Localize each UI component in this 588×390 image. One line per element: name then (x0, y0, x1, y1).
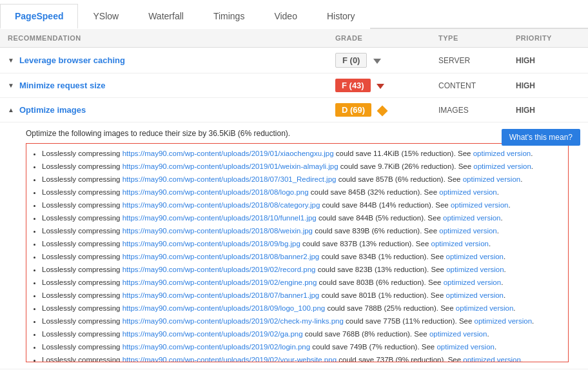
col-type: TYPE (438, 34, 516, 42)
minimize-chevron[interactable] (377, 84, 384, 89)
image-link[interactable]: https://may90.com/wp-content/uploads/201… (122, 330, 303, 338)
row-minimize: ▼ Minimize request size F (43) CONTENT H… (0, 73, 588, 98)
list-item: Losslessly compressing https://may90.com… (42, 225, 563, 237)
list-item: Losslessly compressing https://may90.com… (42, 212, 563, 224)
list-item: Losslessly compressing https://may90.com… (42, 315, 563, 327)
list-item: Losslessly compressing https://may90.com… (42, 277, 563, 289)
optimize-diamond[interactable] (377, 105, 388, 116)
minimize-grade-badge: F (43) (335, 79, 371, 92)
list-item: Losslessly compressing https://may90.com… (42, 186, 563, 199)
minimize-label: ▼ Minimize request size (8, 81, 335, 90)
optimize-type: IMAGES (438, 106, 516, 115)
optimized-version-link[interactable]: optimized version (473, 150, 531, 157)
image-link[interactable]: https://may90.com/wp-content/uploads/201… (122, 343, 311, 351)
tab-timings[interactable]: Timings (199, 4, 260, 29)
tab-history[interactable]: History (312, 4, 370, 29)
optimize-grade-badge: D (69) (335, 103, 371, 117)
optimize-toggle[interactable]: ▲ (8, 106, 14, 113)
leverage-title: Leverage browser caching (19, 55, 125, 65)
minimize-type: CONTENT (438, 81, 516, 90)
tab-video[interactable]: Video (259, 4, 312, 29)
list-item: Losslessly compressing https://may90.com… (42, 238, 563, 250)
leverage-grade: F (0) (335, 53, 438, 68)
tab-pagespeed[interactable]: PageSpeed (0, 4, 78, 29)
optimized-version-link[interactable]: optimized version (456, 304, 513, 312)
optimized-version-link[interactable]: optimized version (436, 343, 494, 351)
minimize-priority: HIGH (516, 81, 580, 90)
image-link[interactable]: https://may90.com/wp-content/uploads/201… (122, 240, 300, 248)
minimize-grade: F (43) (335, 79, 438, 92)
list-item: Losslessly compressing https://may90.com… (42, 199, 563, 211)
optimized-version-link[interactable]: optimized version (439, 188, 496, 196)
leverage-type: SERVER (438, 56, 516, 65)
list-item: Losslessly compressing https://may90.com… (42, 341, 563, 353)
minimize-toggle[interactable]: ▼ (8, 82, 14, 89)
row-minimize-main: ▼ Minimize request size F (43) CONTENT H… (0, 73, 588, 97)
tab-bar: PageSpeed YSlow Waterfall Timings Video … (0, 0, 588, 29)
leverage-label: ▼ Leverage browser caching (8, 55, 335, 65)
optimize-grade: D (69) (335, 103, 438, 117)
row-optimize: ▲ Optimize images D (69) IMAGES HIGH Opt… (0, 98, 588, 369)
image-link[interactable]: https://may90.com/wp-content/uploads/201… (122, 214, 317, 222)
optimized-version-link[interactable]: optimized version (463, 356, 520, 363)
optimized-version-link[interactable]: optimized version (451, 201, 508, 209)
optimized-version-link[interactable]: optimized version (444, 278, 501, 286)
image-list: Losslessly compressing https://may90.com… (26, 143, 569, 362)
list-item: Losslessly compressing https://may90.com… (42, 173, 563, 186)
row-leverage-main: ▼ Leverage browser caching F (0) SERVER … (0, 48, 588, 73)
optimized-version-link[interactable]: optimized version (431, 240, 488, 248)
image-link[interactable]: https://may90.com/wp-content/uploads/201… (122, 278, 317, 286)
image-link[interactable]: https://may90.com/wp-content/uploads/201… (122, 266, 316, 273)
list-item: Losslessly compressing https://may90.com… (42, 289, 563, 302)
image-link[interactable]: https://may90.com/wp-content/uploads/201… (122, 227, 313, 235)
row-optimize-main: ▲ Optimize images D (69) IMAGES HIGH (0, 98, 588, 122)
minimize-title: Minimize request size (19, 81, 106, 90)
image-link[interactable]: https://may90.com/wp-content/uploads/201… (122, 150, 334, 157)
col-grade: GRADE (335, 34, 438, 42)
optimize-title: Optimize images (19, 105, 86, 115)
leverage-chevron[interactable] (373, 59, 381, 64)
list-item: Losslessly compressing https://may90.com… (42, 161, 563, 173)
image-link[interactable]: https://may90.com/wp-content/uploads/201… (122, 317, 344, 325)
list-item: Losslessly compressing https://may90.com… (42, 354, 563, 363)
image-link[interactable]: https://may90.com/wp-content/uploads/201… (122, 201, 320, 209)
list-item: Losslessly compressing https://may90.com… (42, 148, 563, 160)
image-link[interactable]: https://may90.com/wp-content/uploads/201… (122, 291, 320, 299)
col-recommendation: RECOMMENDATION (8, 34, 335, 42)
image-link[interactable]: https://may90.com/wp-content/uploads/201… (122, 175, 337, 183)
col-priority: PRIORITY (516, 34, 580, 42)
optimized-version-link[interactable]: optimized version (475, 317, 532, 325)
image-link[interactable]: https://may90.com/wp-content/uploads/201… (122, 162, 338, 170)
tab-waterfall[interactable]: Waterfall (133, 4, 199, 29)
leverage-grade-badge: F (0) (335, 53, 367, 68)
image-link[interactable]: https://may90.com/wp-content/uploads/201… (122, 304, 326, 312)
optimized-version-link[interactable]: optimized version (446, 253, 504, 260)
list-item: Losslessly compressing https://may90.com… (42, 264, 563, 276)
optimized-version-link[interactable]: optimized version (463, 175, 520, 183)
optimize-description: Optimize the following images to reduce … (26, 129, 569, 138)
table-header: RECOMMENDATION GRADE TYPE PRIORITY (0, 29, 588, 48)
optimize-expand: Optimize the following images to reduce … (0, 122, 588, 369)
list-item: Losslessly compressing https://may90.com… (42, 328, 563, 340)
optimize-priority: HIGH (516, 106, 580, 115)
image-link[interactable]: https://may90.com/wp-content/uploads/201… (122, 356, 337, 363)
whats-this-mean-button[interactable]: What's this mean? (502, 129, 580, 146)
leverage-toggle[interactable]: ▼ (8, 57, 14, 64)
image-link[interactable]: https://may90.com/wp-content/uploads/201… (122, 253, 320, 260)
list-item: Losslessly compressing https://may90.com… (42, 302, 563, 315)
list-item: Losslessly compressing https://may90.com… (42, 251, 563, 263)
optimized-version-link[interactable]: optimized version (443, 214, 500, 222)
optimized-version-link[interactable]: optimized version (446, 291, 504, 299)
optimized-version-link[interactable]: optimized version (439, 227, 496, 235)
row-leverage: ▼ Leverage browser caching F (0) SERVER … (0, 48, 588, 73)
leverage-priority: HIGH (516, 56, 580, 65)
optimized-version-link[interactable]: optimized version (429, 330, 487, 338)
tab-yslow[interactable]: YSlow (78, 4, 133, 29)
optimize-label: ▲ Optimize images (8, 105, 335, 115)
optimized-version-link[interactable]: optimized version (446, 266, 504, 273)
optimized-version-link[interactable]: optimized version (473, 162, 531, 170)
image-link[interactable]: https://may90.com/wp-content/uploads/201… (122, 188, 309, 196)
